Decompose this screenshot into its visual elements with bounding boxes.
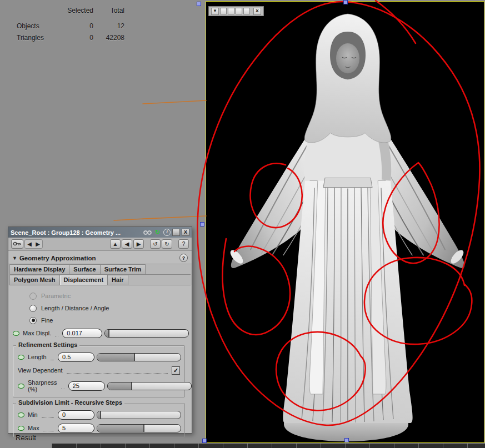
keys-button[interactable] <box>11 239 23 249</box>
render-view-toolbar: ▼ × <box>208 6 264 16</box>
sharpness-row: Sharpness (%) <box>18 377 181 395</box>
viewport-mode-button-2[interactable] <box>228 8 234 14</box>
tab-polygon-mesh[interactable]: Polygon Mesh <box>9 275 60 285</box>
info-icon[interactable]: i <box>163 229 171 236</box>
animation-divot-icon[interactable] <box>18 384 24 389</box>
property-editor-window: Scene_Root : Group128 : Geometry ... ↻ i… <box>8 226 192 434</box>
animation-divot-icon[interactable] <box>18 426 24 431</box>
viewport-mode-button-1[interactable] <box>220 8 227 14</box>
max-displ-row: Max Displ. <box>13 326 185 340</box>
animation-divot-icon[interactable] <box>18 412 24 417</box>
key-icon <box>13 241 22 248</box>
revert-button[interactable]: ↻ <box>162 239 172 249</box>
prev-key-button[interactable]: ◀ <box>26 240 33 248</box>
next-key-button[interactable]: ▶ <box>34 240 42 248</box>
animation-divot-icon[interactable] <box>18 355 24 360</box>
glasses-icon[interactable] <box>143 229 152 236</box>
help-button[interactable]: ? <box>178 239 189 249</box>
orange-annotation-lines <box>114 100 206 220</box>
stats-row-triangles: Triangles 0 42208 <box>17 32 128 43</box>
min-input[interactable] <box>58 410 94 420</box>
check-icon: ✓ <box>173 367 178 374</box>
length-slider[interactable] <box>97 353 181 361</box>
refinement-settings-group: Refinement Settings Length View Dependen… <box>13 345 185 397</box>
refresh-button[interactable]: ↺ <box>150 239 161 249</box>
property-editor-toolbar: ◀ ▶ ▲ ◀ ▶ ↺ ↻ ? <box>8 238 192 251</box>
recall-up-button[interactable]: ▲ <box>110 239 121 249</box>
subdivision-limit-group: Subdivision Limit - Recursive Steps Min … <box>13 403 185 437</box>
stats-col-total: Total <box>93 7 124 14</box>
render-view[interactable]: ▼ × <box>206 1 484 443</box>
geometry-approximation-header: ▼ Geometry Approximation ? <box>8 251 192 264</box>
radio-row-length-distance-angle: Length / Distance / Angle <box>29 302 185 314</box>
view-dependent-row: View Dependent ✓ <box>18 364 181 377</box>
tabs-row-1: Hardware Display Surface Surface Trim <box>8 264 192 275</box>
selection-handle[interactable] <box>197 2 201 6</box>
rendered-statue-image <box>206 2 484 442</box>
minimize-button[interactable]: _ <box>172 229 180 236</box>
length-distance-angle-radio[interactable] <box>29 305 37 312</box>
min-row: Min <box>18 408 181 421</box>
min-slider[interactable] <box>97 411 181 419</box>
key-nav-group: ◀ ▶ <box>24 239 43 249</box>
tab-displacement[interactable]: Displacement <box>59 275 108 285</box>
tab-surface-trim[interactable]: Surface Trim <box>100 264 146 275</box>
view-dependent-checkbox[interactable]: ✓ <box>172 366 180 375</box>
recycle-icon[interactable]: ↻ <box>153 229 162 236</box>
length-row: Length <box>18 350 181 364</box>
max-slider[interactable] <box>97 424 181 432</box>
close-button[interactable]: X <box>182 229 189 236</box>
property-editor-title: Scene_Root : Group128 : Geometry ... <box>11 229 121 236</box>
stats-header: Selected Total <box>17 4 128 16</box>
collapse-icon[interactable]: ▼ <box>12 255 17 261</box>
max-displ-slider[interactable] <box>104 329 189 338</box>
recall-forward-button[interactable]: ▶ <box>133 239 144 249</box>
stats-row-objects: Objects 0 12 <box>17 20 128 32</box>
viewport-mode-button-4[interactable] <box>243 8 250 14</box>
radio-row-fine: Fine <box>29 314 185 326</box>
max-input[interactable] <box>58 424 94 433</box>
max-row: Max <box>18 421 181 435</box>
fine-radio[interactable] <box>29 317 37 324</box>
section-title: Geometry Approximation <box>19 255 96 261</box>
displacement-panel: Parametric Length / Distance / Angle Fin… <box>8 285 192 437</box>
sharpness-slider[interactable] <box>107 382 192 390</box>
animation-divot-icon[interactable] <box>13 331 19 336</box>
selection-handle[interactable] <box>344 438 349 442</box>
tab-hair[interactable]: Hair <box>107 275 128 285</box>
stats-col-selected: Selected <box>64 7 93 14</box>
timeline-strip[interactable] <box>52 444 485 448</box>
length-input[interactable] <box>58 353 94 362</box>
tabs-row-2: Polygon Mesh Displacement Hair <box>8 275 192 285</box>
selection-handle[interactable] <box>202 439 207 443</box>
scene-stats: Selected Total Objects 0 12 Triangles 0 … <box>17 4 128 43</box>
recall-back-button[interactable]: ◀ <box>122 239 132 249</box>
selection-handle[interactable] <box>200 222 204 226</box>
viewport-close-button[interactable]: × <box>253 8 261 15</box>
viewport-menu-button[interactable]: ▼ <box>211 8 219 15</box>
max-displ-input[interactable] <box>62 329 102 338</box>
section-help-button[interactable]: ? <box>179 254 188 262</box>
selection-handle[interactable] <box>343 0 348 4</box>
sharpness-input[interactable] <box>68 381 105 391</box>
viewport-mode-button-3[interactable] <box>236 8 242 14</box>
tab-surface[interactable]: Surface <box>69 264 100 275</box>
property-editor-titlebar[interactable]: Scene_Root : Group128 : Geometry ... ↻ i… <box>8 227 192 238</box>
radio-row-parametric: Parametric <box>29 290 185 302</box>
tab-hardware-display[interactable]: Hardware Display <box>9 264 69 275</box>
parametric-radio[interactable] <box>29 293 37 300</box>
